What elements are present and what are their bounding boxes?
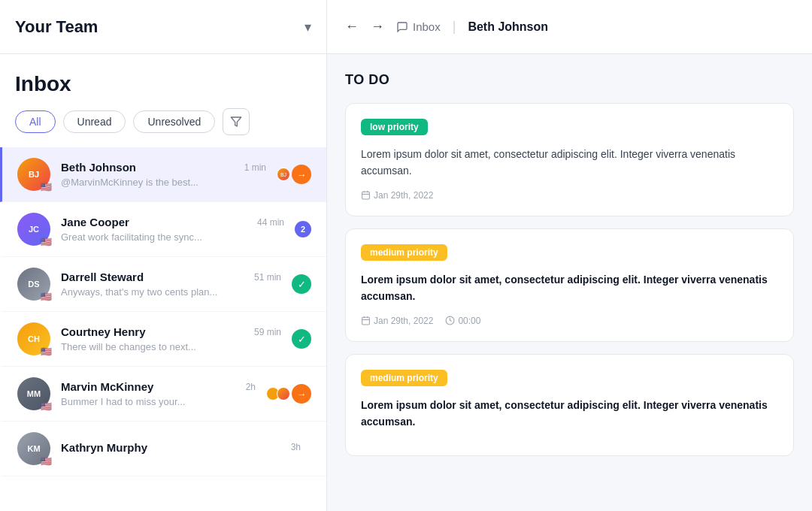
conv-name-marvin: Marvin McKinney — [61, 380, 153, 393]
svg-marker-0 — [232, 117, 241, 126]
flag-icon-darrell: 🇺🇸 — [41, 292, 52, 302]
flag-icon-marvin: 🇺🇸 — [41, 401, 52, 412]
right-header: ← → Inbox | Beth Johnson — [327, 0, 812, 54]
conversation-item-courtney[interactable]: CH 🇺🇸 Courtney Henry 59 min There will b… — [0, 312, 326, 367]
badge-check-darrell: ✓ — [292, 274, 311, 294]
flag-icon-jane: 🇺🇸 — [41, 237, 52, 247]
badge-arrow-marvin: → — [292, 384, 311, 404]
filter-all-button[interactable]: All — [15, 110, 56, 133]
todo-body-2: Lorem ipsum dolor sit amet, consectetur … — [361, 271, 778, 305]
avatar-wrapper-kathryn: KM 🇺🇸 — [17, 432, 50, 465]
conversation-item-beth[interactable]: BJ 🇺🇸 Beth Johnson 1 min @MarvinMcKinney… — [0, 147, 326, 202]
inbox-title: Inbox — [0, 54, 326, 108]
svg-rect-1 — [362, 192, 370, 199]
priority-badge-3: medium priority — [361, 370, 447, 386]
left-panel: Your Team ▾ Inbox All Unread Unresolved … — [0, 0, 327, 511]
filter-unread-button[interactable]: Unread — [63, 110, 126, 133]
badge-count-jane: 2 — [295, 221, 311, 237]
forward-button[interactable]: → — [371, 19, 384, 35]
avatar-wrapper-jane: JC 🇺🇸 — [17, 213, 50, 246]
avatar-wrapper-courtney: CH 🇺🇸 — [17, 322, 50, 355]
conv-time-darrell: 51 min — [254, 272, 281, 283]
conv-time-jane: 44 min — [257, 217, 284, 228]
team-chevron-icon[interactable]: ▾ — [304, 19, 311, 35]
todo-body-1: Lorem ipsum dolor sit amet, consectetur … — [361, 146, 778, 180]
conv-content-marvin: Marvin McKinney 2h Bummer I had to miss … — [61, 380, 256, 407]
avatar-wrapper-marvin: MM 🇺🇸 — [17, 377, 50, 410]
conv-name-kathryn: Kathryn Murphy — [61, 441, 147, 454]
inbox-link-label: Inbox — [413, 20, 441, 33]
team-name: Your Team — [15, 17, 98, 37]
clock-icon-2 — [445, 316, 455, 325]
conv-content-courtney: Courtney Henry 59 min There will be chan… — [61, 325, 281, 352]
header-divider: | — [453, 19, 456, 35]
contact-name: Beth Johnson — [468, 20, 548, 34]
todo-date-2: Jan 29th, 2022 — [361, 316, 433, 326]
conv-content-beth: Beth Johnson 1 min @MarvinMcKinney is th… — [61, 161, 266, 188]
conv-content-darrell: Darrell Steward 51 min Anyways, that's m… — [61, 271, 281, 298]
badge-arrow-beth: → — [292, 165, 311, 184]
inbox-link[interactable]: Inbox — [396, 20, 441, 33]
conv-name-courtney: Courtney Henry — [61, 325, 146, 338]
todo-date-1: Jan 29th, 2022 — [361, 190, 433, 201]
todo-meta-1: Jan 29th, 2022 — [361, 190, 778, 201]
calendar-icon-1 — [361, 190, 371, 200]
mini-avatar-m2 — [277, 387, 290, 401]
conv-time-marvin: 2h — [246, 382, 256, 392]
todo-card-2: medium priority Lorem ipsum dolor sit am… — [345, 228, 794, 342]
todo-card-1: low priority Lorem ipsum dolor sit amet,… — [345, 103, 794, 216]
mini-avatar-1: BJ — [277, 168, 290, 181]
right-content: TO DO low priority Lorem ipsum dolor sit… — [327, 54, 812, 511]
mini-avatars-beth: BJ — [277, 168, 287, 181]
conversation-item-darrell[interactable]: DS 🇺🇸 Darrell Steward 51 min Anyways, th… — [0, 257, 326, 312]
conv-badges-courtney: ✓ — [292, 329, 311, 349]
flag-icon-courtney: 🇺🇸 — [41, 346, 52, 357]
todo-time-2: 00:00 — [445, 316, 480, 326]
flag-icon-beth: 🇺🇸 — [41, 182, 52, 192]
todo-title: TO DO — [345, 72, 794, 88]
conv-time-courtney: 59 min — [254, 327, 281, 337]
flag-icon-kathryn: 🇺🇸 — [41, 456, 52, 467]
conv-name-darrell: Darrell Steward — [61, 271, 144, 283]
conv-badges-marvin: → — [266, 384, 311, 404]
conv-name-jane: Jane Cooper — [61, 216, 129, 228]
conv-badges-jane: 2 — [295, 221, 311, 237]
right-panel: ← → Inbox | Beth Johnson TO DO low prior… — [327, 0, 812, 511]
svg-rect-5 — [362, 317, 370, 325]
conv-time-kathryn: 3h — [291, 442, 301, 452]
conversation-item-jane[interactable]: JC 🇺🇸 Jane Cooper 44 min Great work faci… — [0, 202, 326, 257]
conv-badges-darrell: ✓ — [292, 274, 311, 294]
chat-icon — [396, 21, 408, 33]
avatar-wrapper-beth: BJ 🇺🇸 — [17, 158, 50, 191]
team-header: Your Team ▾ — [0, 0, 326, 54]
filter-icon — [230, 116, 242, 128]
calendar-icon-2 — [361, 316, 371, 325]
conversation-item-marvin[interactable]: MM 🇺🇸 Marvin McKinney 2h Bummer I had to… — [0, 367, 326, 422]
todo-meta-2: Jan 29th, 2022 00:00 — [361, 316, 778, 326]
conv-preview-darrell: Anyways, that's my two cents plan... — [61, 286, 281, 298]
conv-preview-jane: Great work facilitating the sync... — [61, 231, 284, 243]
filter-unresolved-button[interactable]: Unresolved — [133, 110, 215, 133]
conv-badges-beth: BJ → — [277, 165, 311, 184]
badge-check-courtney: ✓ — [292, 329, 311, 349]
priority-badge-1: low priority — [361, 119, 428, 135]
todo-card-3: medium priority Lorem ipsum dolor sit am… — [345, 354, 794, 457]
conversation-item-kathryn[interactable]: KM 🇺🇸 Kathryn Murphy 3h — [0, 422, 326, 476]
conv-name-beth: Beth Johnson — [61, 161, 136, 174]
back-button[interactable]: ← — [345, 19, 359, 35]
conv-preview-marvin: Bummer I had to miss your... — [61, 396, 256, 407]
todo-body-3: Lorem ipsum dolor sit amet, consectetur … — [361, 397, 778, 431]
conv-time-beth: 1 min — [244, 162, 266, 173]
priority-badge-2: medium priority — [361, 244, 447, 261]
conv-content-kathryn: Kathryn Murphy 3h — [61, 441, 301, 457]
conv-preview-courtney: There will be changes to next... — [61, 341, 281, 352]
mini-avatars-marvin — [266, 387, 287, 401]
conversation-list: BJ 🇺🇸 Beth Johnson 1 min @MarvinMcKinney… — [0, 147, 326, 511]
avatar-wrapper-darrell: DS 🇺🇸 — [17, 268, 50, 301]
conv-preview-beth: @MarvinMcKinney is the best... — [61, 177, 266, 188]
filter-bar: All Unread Unresolved — [0, 108, 326, 147]
filter-icon-button[interactable] — [223, 108, 250, 135]
conv-content-jane: Jane Cooper 44 min Great work facilitati… — [61, 216, 284, 243]
